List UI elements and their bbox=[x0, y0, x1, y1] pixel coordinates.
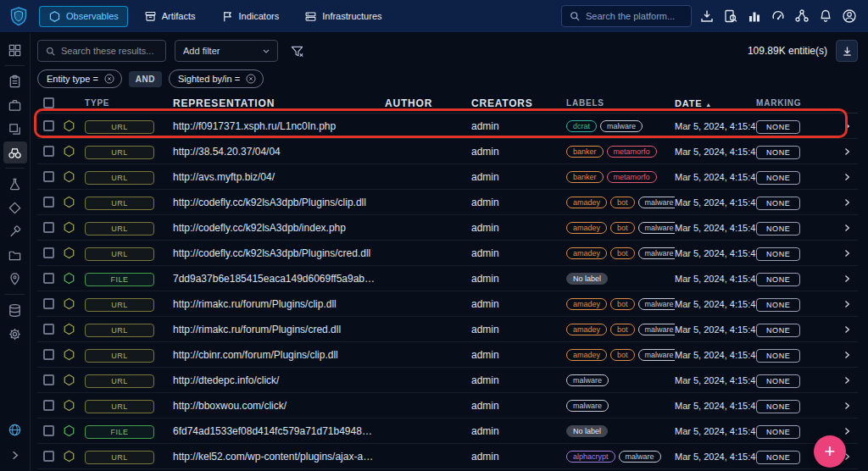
table-row[interactable]: URLhttp://codefly.cc/k92lsA3dpb/Plugins/… bbox=[37, 190, 858, 215]
label-chip[interactable]: malware bbox=[638, 247, 675, 259]
table-row[interactable]: FILE7dd9a37b6e185415eaca149d6069ff5a9abf… bbox=[37, 266, 858, 291]
chevron-right-icon[interactable] bbox=[836, 298, 858, 310]
label-chip[interactable]: banker bbox=[566, 171, 604, 183]
label-chip[interactable]: amadey bbox=[566, 247, 607, 259]
row-checkbox[interactable] bbox=[43, 425, 54, 436]
label-chip[interactable]: amadey bbox=[566, 324, 607, 335]
table-row[interactable]: URLhttp://codefly.cc/k92lsA3dpb/index.ph… bbox=[37, 215, 858, 241]
chevron-right-icon[interactable] bbox=[836, 324, 858, 335]
table-row[interactable]: URLhttp://dtedepc.info/click/adminmalwar… bbox=[37, 368, 858, 393]
row-checkbox[interactable] bbox=[43, 273, 54, 284]
sidebar-expand-button[interactable] bbox=[3, 444, 27, 466]
chevron-right-icon[interactable] bbox=[836, 171, 858, 183]
row-checkbox[interactable] bbox=[43, 298, 54, 309]
label-chip[interactable]: malware bbox=[638, 197, 675, 208]
chevron-right-icon[interactable] bbox=[836, 197, 858, 208]
column-header-labels[interactable]: LABELS bbox=[566, 98, 675, 108]
label-chip[interactable]: alphacrypt bbox=[566, 451, 615, 463]
tab-indicators[interactable]: Indicators bbox=[212, 6, 289, 27]
row-checkbox[interactable] bbox=[43, 120, 54, 131]
label-chip[interactable]: No label bbox=[566, 273, 608, 285]
chevron-right-icon[interactable] bbox=[836, 349, 858, 361]
row-checkbox[interactable] bbox=[43, 400, 54, 411]
label-chip[interactable]: metamorfo bbox=[607, 146, 657, 158]
label-chip[interactable]: bot bbox=[610, 222, 635, 234]
chevron-right-icon[interactable] bbox=[836, 374, 858, 386]
chevron-right-icon[interactable] bbox=[836, 146, 858, 158]
clear-filters-button[interactable] bbox=[287, 41, 307, 61]
row-checkbox[interactable] bbox=[43, 451, 54, 462]
sidebar-item-cases[interactable] bbox=[3, 94, 27, 116]
investigate-button[interactable] bbox=[721, 6, 741, 26]
dashboards-button[interactable] bbox=[768, 6, 788, 26]
connectors-button[interactable] bbox=[792, 6, 812, 26]
row-checkbox[interactable] bbox=[43, 171, 54, 182]
label-chip[interactable]: dcrat bbox=[566, 120, 597, 132]
label-chip[interactable]: amadey bbox=[566, 197, 607, 208]
table-row[interactable]: URLhttp://38.54.20.37/04/04adminbankerme… bbox=[37, 139, 858, 164]
row-checkbox[interactable] bbox=[43, 197, 54, 208]
label-chip[interactable]: malware bbox=[638, 349, 675, 361]
column-header-marking[interactable]: MARKING bbox=[756, 98, 836, 108]
row-checkbox[interactable] bbox=[43, 247, 54, 258]
row-checkbox[interactable] bbox=[43, 374, 54, 385]
table-row[interactable]: URLhttp://bboxwou.com/click/adminmalware… bbox=[37, 393, 858, 418]
label-chip[interactable]: amadey bbox=[566, 349, 607, 361]
results-search-input[interactable] bbox=[61, 46, 159, 56]
sidebar-item-arsenal[interactable] bbox=[3, 197, 27, 219]
label-chip[interactable]: bot bbox=[610, 349, 635, 361]
column-header-author[interactable]: AUTHOR bbox=[385, 97, 471, 109]
remove-filter-icon[interactable] bbox=[103, 73, 115, 85]
table-row[interactable]: FILE6fd74ad1533ef08d414fc579a71d71b4948a… bbox=[37, 418, 858, 444]
label-chip[interactable]: bot bbox=[610, 324, 635, 335]
label-chip[interactable]: malware bbox=[638, 222, 675, 234]
sidebar-item-events[interactable] bbox=[3, 118, 27, 140]
sidebar-item-entities[interactable] bbox=[3, 244, 27, 266]
row-checkbox[interactable] bbox=[43, 222, 54, 233]
platform-search[interactable] bbox=[561, 5, 692, 27]
row-checkbox[interactable] bbox=[43, 349, 54, 360]
platform-search-input[interactable] bbox=[586, 11, 684, 21]
label-chip[interactable]: banker bbox=[566, 146, 604, 158]
add-observable-button[interactable]: + bbox=[814, 435, 846, 468]
column-header-representation[interactable]: REPRESENTATION bbox=[173, 97, 385, 109]
label-chip[interactable]: malware bbox=[638, 324, 675, 335]
row-checkbox[interactable] bbox=[43, 324, 54, 335]
label-chip[interactable]: malware bbox=[600, 120, 643, 132]
sidebar-language-button[interactable] bbox=[3, 418, 27, 441]
table-row[interactable]: URLhttp://f0917371.xsph.ru/L1nc0In.phpad… bbox=[37, 114, 858, 139]
label-chip[interactable]: malware bbox=[566, 374, 609, 386]
sidebar-item-observations[interactable] bbox=[3, 141, 27, 163]
table-row[interactable]: URLhttp://cbinr.com/forum/Plugins/clip.d… bbox=[37, 342, 858, 368]
notifications-button[interactable] bbox=[815, 6, 836, 26]
remove-filter-icon[interactable] bbox=[245, 73, 257, 85]
label-chip[interactable]: malware bbox=[638, 298, 675, 310]
export-button[interactable] bbox=[697, 6, 717, 26]
column-header-type[interactable]: TYPE bbox=[85, 98, 173, 108]
opencti-logo[interactable] bbox=[8, 6, 29, 26]
sidebar-item-techniques[interactable] bbox=[3, 220, 27, 242]
label-chip[interactable]: No label bbox=[566, 425, 608, 437]
label-chip[interactable]: malware bbox=[619, 451, 661, 463]
chevron-right-icon[interactable] bbox=[836, 120, 858, 132]
chevron-right-icon[interactable] bbox=[836, 425, 858, 437]
table-row[interactable]: URLhttp://rimakc.ru/forum/Plugins/clip.d… bbox=[37, 291, 858, 317]
column-header-creators[interactable]: CREATORS bbox=[471, 97, 566, 109]
chevron-right-icon[interactable] bbox=[836, 222, 858, 234]
label-chip[interactable]: bot bbox=[610, 247, 635, 259]
sidebar-item-data[interactable] bbox=[3, 299, 27, 321]
row-checkbox[interactable] bbox=[43, 146, 54, 157]
label-chip[interactable]: amadey bbox=[566, 298, 607, 310]
tab-observables[interactable]: Observables bbox=[39, 6, 128, 27]
filter-chip[interactable]: Entity type = bbox=[37, 69, 122, 88]
results-search[interactable] bbox=[37, 40, 166, 62]
filter-chip[interactable]: Sighted by/in = bbox=[169, 69, 264, 88]
label-chip[interactable]: bot bbox=[610, 298, 635, 310]
table-row[interactable]: URLhttp://rimakc.ru/forum/Plugins/cred.d… bbox=[37, 317, 858, 342]
chevron-right-icon[interactable] bbox=[836, 400, 858, 412]
sidebar-item-dashboard[interactable] bbox=[3, 39, 27, 61]
label-chip[interactable]: malware bbox=[566, 400, 609, 412]
analytics-button[interactable] bbox=[744, 6, 765, 26]
table-row[interactable]: URLhttp://codefly.cc/k92lsA3dpb/Plugins/… bbox=[37, 241, 858, 266]
sidebar-item-locations[interactable] bbox=[3, 268, 27, 290]
